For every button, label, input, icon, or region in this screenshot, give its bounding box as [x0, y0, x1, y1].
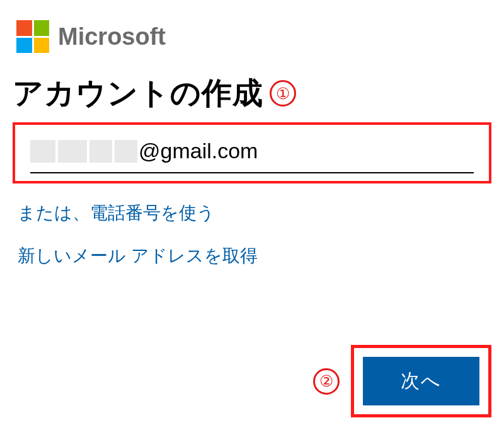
annotation-badge-2: ② — [313, 368, 340, 395]
annotation-badge-1: ① — [270, 80, 296, 107]
page-title: アカウントの作成 — [13, 73, 263, 113]
email-censored-local — [30, 140, 137, 163]
alt-links: または、電話番号を使う 新しいメール アドレスを取得 — [6, 183, 498, 268]
email-domain-text: @gmail.com — [139, 139, 258, 163]
title-row: アカウントの作成 ① — [6, 57, 498, 117]
brand-text: Microsoft — [58, 23, 166, 50]
annotation-highlight-2: 次へ — [351, 345, 491, 417]
next-button[interactable]: 次へ — [363, 357, 479, 405]
get-new-email-link[interactable]: 新しいメール アドレスを取得 — [18, 244, 486, 268]
email-input[interactable]: @gmail.com — [30, 136, 474, 173]
microsoft-logo-icon — [16, 20, 49, 53]
brand-header: Microsoft — [6, 6, 498, 57]
annotation-highlight-1: @gmail.com — [13, 122, 491, 183]
use-phone-link[interactable]: または、電話番号を使う — [18, 201, 486, 225]
